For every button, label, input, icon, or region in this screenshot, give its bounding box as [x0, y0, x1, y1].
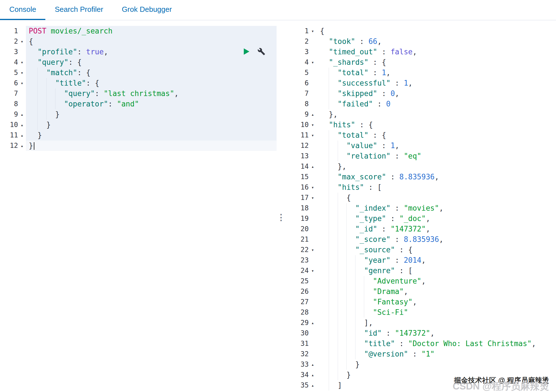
token-str: "eq" [404, 152, 421, 160]
fold-close-icon[interactable]: ▴ [309, 318, 317, 328]
code-line-text[interactable]: "profile": true, [26, 47, 277, 57]
token-punct: , [104, 48, 108, 56]
indent-space [29, 130, 37, 141]
send-request-button[interactable] [242, 47, 250, 57]
indent-guide [355, 328, 364, 338]
token-key: "_index" [355, 204, 390, 212]
fold-open-icon[interactable]: ▾ [309, 120, 317, 130]
request-line[interactable]: 12▴} [0, 141, 277, 151]
code-line-text: "failed" : 0 [317, 99, 556, 109]
indent-guide [37, 120, 46, 130]
fold-open-icon[interactable]: ▾ [309, 245, 317, 255]
response-line: 16▾"hits" : [ [286, 182, 556, 193]
token-punct: : [390, 204, 404, 212]
fold-open-icon[interactable]: ▾ [309, 57, 317, 68]
request-line[interactable]: 3"profile": true, [0, 47, 277, 57]
request-line[interactable]: 1POST movies/_search [0, 26, 277, 36]
gutter: 12 [286, 141, 317, 151]
response-viewer: 1▾{2"took" : 66,3"timed_out" : false,4▾"… [286, 26, 556, 391]
code-line-text[interactable]: "query": "last christmas", [26, 88, 277, 99]
token-key: "took" [329, 37, 355, 46]
line-number: 23 [301, 255, 309, 266]
indent-guide [346, 255, 355, 266]
fold-open-icon[interactable]: ▾ [18, 57, 26, 68]
fold-close-icon[interactable]: ▴ [309, 380, 317, 391]
indent-space [320, 78, 329, 88]
token-num: 1 [404, 79, 408, 87]
request-line[interactable]: 8"operator": "and" [0, 99, 277, 109]
request-line[interactable]: 9▴} [0, 109, 277, 120]
fold-close-icon[interactable]: ▴ [18, 130, 26, 141]
code-line-text[interactable]: } [26, 120, 277, 130]
line-number: 11 [10, 130, 18, 141]
fold-close-icon[interactable]: ▴ [18, 120, 26, 130]
request-options-button[interactable] [257, 48, 265, 56]
fold-close-icon[interactable]: ▴ [18, 109, 26, 120]
fold-open-icon[interactable]: ▾ [309, 193, 317, 203]
fold-close-icon[interactable]: ▴ [18, 141, 26, 151]
gutter: 2▾ [0, 36, 26, 47]
fold-open-icon[interactable]: ▾ [18, 36, 26, 47]
code-line-text[interactable]: "match": { [26, 68, 277, 78]
kibana-dev-tools-page: { "header": { "tabs": [ { "label": "Cons… [0, 0, 556, 392]
indent-guide [346, 307, 355, 318]
fold-close-icon[interactable]: ▴ [309, 359, 317, 370]
token-str: "movies" [404, 204, 439, 212]
indent-guide [338, 349, 346, 359]
code-line-text[interactable]: POST movies/_search [26, 26, 277, 36]
fold-open-icon[interactable]: ▾ [309, 182, 317, 193]
token-punct: } [55, 110, 60, 119]
line-number: 28 [301, 307, 309, 318]
request-line[interactable]: 2▾{ [0, 36, 277, 47]
response-line: 18"_index" : "movies", [286, 203, 556, 213]
code-line-text[interactable]: } [26, 141, 277, 151]
request-editor[interactable]: 1POST movies/_search2▾{3"profile": true,… [0, 26, 277, 151]
request-line[interactable]: 5▾"match": { [0, 68, 277, 78]
token-key: "successful" [338, 79, 391, 87]
token-num: 0 [390, 89, 395, 98]
token-punct: , [421, 277, 426, 285]
code-line-text[interactable]: "operator": "and" [26, 99, 277, 109]
fold-close-icon[interactable]: ▴ [309, 370, 317, 380]
code-line-text[interactable]: "title": { [26, 78, 277, 88]
line-number: 8 [14, 99, 18, 109]
request-line[interactable]: 7"query": "last christmas", [0, 88, 277, 99]
fold-open-icon[interactable]: ▾ [18, 68, 26, 78]
indent-guide [364, 286, 373, 297]
code-line-text[interactable]: } [26, 130, 277, 141]
code-line-text[interactable]: "query": { [26, 57, 277, 68]
code-line-text[interactable]: { [26, 36, 277, 47]
indent-guide [329, 297, 337, 307]
request-line[interactable]: 11▴} [0, 130, 277, 141]
tab-grok-debugger[interactable]: Grok Debugger [112, 0, 181, 20]
pane-divider[interactable]: ⋮ [277, 20, 286, 392]
indent-space [320, 213, 329, 224]
indent-guide [346, 349, 355, 359]
gutter: 35▴ [286, 380, 317, 391]
indent-space [320, 88, 329, 99]
response-line: 7"skipped" : 0, [286, 88, 556, 99]
indent-guide [46, 88, 55, 99]
response-line: 20"_id" : "147372", [286, 224, 556, 234]
request-line[interactable]: 6▾"title": { [0, 78, 277, 88]
token-key: "title" [364, 339, 395, 348]
token-key: "relation" [346, 152, 391, 160]
code-line-text[interactable]: } [26, 109, 277, 120]
token-punct: : [390, 235, 404, 244]
token-num: 8.835936 [404, 235, 439, 244]
code-line-text: "id" : "147372", [317, 328, 556, 338]
request-line[interactable]: 4▾"query": { [0, 57, 277, 68]
tab-search-profiler[interactable]: Search Profiler [45, 0, 112, 20]
request-line[interactable]: 10▴} [0, 120, 277, 130]
fold-open-icon[interactable]: ▾ [309, 130, 317, 141]
token-punct: , [430, 329, 435, 337]
gutter: 10▾ [286, 120, 317, 130]
tab-console[interactable]: Console [0, 0, 45, 20]
fold-open-icon[interactable]: ▾ [309, 266, 317, 276]
indent-guide [329, 182, 337, 193]
fold-close-icon[interactable]: ▴ [309, 161, 317, 172]
fold-close-icon[interactable]: ▴ [309, 109, 317, 120]
indent-space [29, 78, 37, 88]
fold-open-icon[interactable]: ▾ [18, 78, 26, 88]
fold-open-icon[interactable]: ▾ [309, 26, 317, 36]
